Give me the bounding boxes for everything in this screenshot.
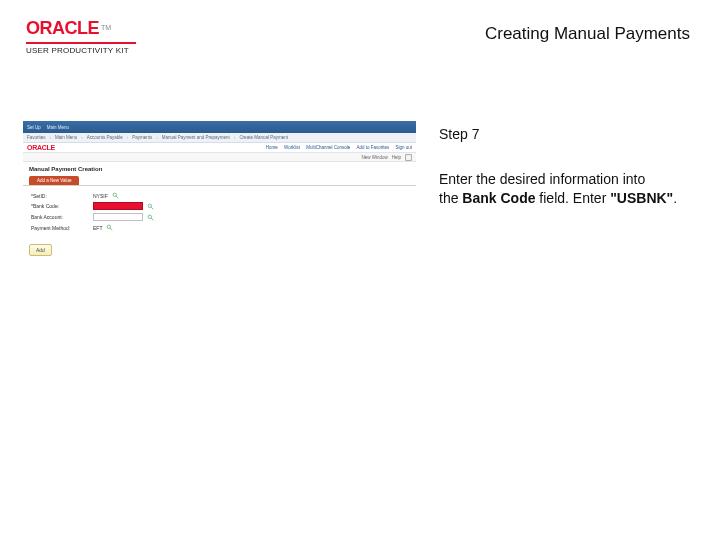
- svg-line-6: [151, 218, 153, 220]
- lookup-icon[interactable]: [147, 214, 154, 221]
- svg-point-5: [148, 215, 151, 218]
- trademark-symbol: TM: [101, 24, 111, 31]
- instruction-bold-value: "USBNK": [610, 190, 673, 206]
- app-header-bar: ORACLE Home Worklist MultiChannel Consol…: [23, 143, 416, 153]
- slide-content: Set Up Main Menu Favorites› Main Menu› A…: [22, 120, 698, 520]
- crumb-item[interactable]: Payments: [132, 135, 152, 140]
- form-area: *SetID: NYSIF *Bank Code: Bank Account:: [23, 186, 416, 240]
- page-title: Creating Manual Payments: [485, 24, 690, 44]
- instruction-bold-field: Bank Code: [462, 190, 535, 206]
- brand-block: ORACLE TM USER PRODUCTIVITY KIT: [26, 18, 166, 55]
- breadcrumb: Favorites› Main Menu› Accounts Payable› …: [23, 133, 416, 143]
- nav-item[interactable]: Main Menu: [47, 125, 69, 130]
- signout-link[interactable]: Sign out: [395, 145, 412, 150]
- app-page-title: Manual Payment Creation: [23, 162, 416, 174]
- help-link[interactable]: Help: [392, 155, 401, 160]
- instruction-text: Enter the desired information into the B…: [439, 170, 698, 208]
- svg-point-1: [113, 193, 116, 196]
- crumb-item[interactable]: Main Menu: [55, 135, 77, 140]
- oracle-logo: ORACLE TM: [26, 18, 166, 39]
- svg-point-3: [148, 204, 151, 207]
- oracle-wordmark: ORACLE: [26, 18, 99, 39]
- crumb-item[interactable]: Accounts Payable: [87, 135, 123, 140]
- step-label: Step 7: [439, 126, 698, 142]
- mcc-link[interactable]: MultiChannel Console: [306, 145, 350, 150]
- crumb-item[interactable]: Create Manual Payment: [239, 135, 288, 140]
- svg-rect-0: [406, 154, 412, 160]
- lookup-icon[interactable]: [147, 203, 154, 210]
- setid-value: NYSIF: [93, 193, 108, 199]
- instruction-line2-mid: field. Enter: [535, 190, 610, 206]
- slide-header: ORACLE TM USER PRODUCTIVITY KIT Creating…: [0, 0, 720, 58]
- brand-rule: [26, 42, 136, 44]
- add-favorites-link[interactable]: Add to Favorites: [356, 145, 389, 150]
- bank-code-label: *Bank Code:: [31, 203, 89, 209]
- row-bank-account: Bank Account:: [31, 213, 408, 221]
- tab-row: Add a New Value: [23, 174, 416, 186]
- crumb-item[interactable]: Favorites: [27, 135, 46, 140]
- add-button[interactable]: Add: [29, 244, 52, 256]
- home-link[interactable]: Home: [266, 145, 278, 150]
- brand-subtitle: USER PRODUCTIVITY KIT: [26, 46, 166, 55]
- setid-label: *SetID:: [31, 193, 89, 199]
- svg-line-8: [111, 228, 113, 230]
- lookup-icon[interactable]: [112, 192, 119, 199]
- tab-add-new-value[interactable]: Add a New Value: [29, 176, 79, 185]
- payment-method-label: Payment Method:: [31, 225, 89, 231]
- bank-code-input[interactable]: [93, 202, 143, 210]
- app-utility-bar: New Window Help: [23, 153, 416, 162]
- row-bank-code: *Bank Code:: [31, 202, 408, 210]
- instruction-line1: Enter the desired information into: [439, 171, 645, 187]
- personalize-icon[interactable]: [405, 154, 412, 161]
- instruction-line2-prefix: the: [439, 190, 462, 206]
- oracle-mini-logo: ORACLE: [27, 144, 55, 151]
- svg-point-7: [108, 225, 111, 228]
- instruction-line2-suffix: .: [673, 190, 677, 206]
- row-setid: *SetID: NYSIF: [31, 192, 408, 199]
- payment-method-value: EFT: [93, 225, 102, 231]
- new-window-link[interactable]: New Window: [361, 155, 387, 160]
- svg-line-4: [151, 207, 153, 209]
- lookup-icon[interactable]: [106, 224, 113, 231]
- crumb-item[interactable]: Manual Payment and Prepayment: [162, 135, 230, 140]
- app-global-nav: Set Up Main Menu: [23, 121, 416, 133]
- app-screenshot: Set Up Main Menu Favorites› Main Menu› A…: [22, 120, 417, 280]
- bank-account-label: Bank Account:: [31, 214, 89, 220]
- svg-line-2: [116, 196, 118, 198]
- header-links: Home Worklist MultiChannel Console Add t…: [261, 145, 412, 150]
- row-payment-method: Payment Method: EFT: [31, 224, 408, 231]
- nav-item[interactable]: Set Up: [27, 125, 41, 130]
- bank-account-input[interactable]: [93, 213, 143, 221]
- worklist-link[interactable]: Worklist: [284, 145, 300, 150]
- instruction-panel: Step 7 Enter the desired information int…: [417, 120, 698, 520]
